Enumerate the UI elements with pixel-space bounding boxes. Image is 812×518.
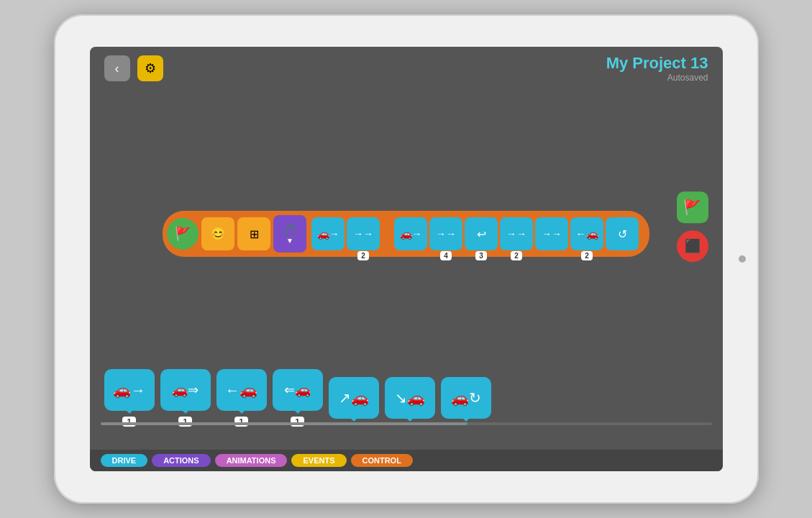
blue-block-4[interactable]: →→ 4 — [429, 217, 462, 250]
tab-actions[interactable]: ACTIONS — [152, 454, 211, 467]
yellow-block-2[interactable]: ⊞ — [237, 217, 270, 250]
settings-button[interactable]: ⚙ — [137, 55, 163, 81]
palette-item-6: ↘🚗 — [385, 377, 435, 419]
tablet: ‹ ⚙ My Project 13 Autosaved 🚩 😊 ⊞ — [54, 14, 759, 504]
back-button[interactable]: ‹ — [104, 55, 130, 81]
palette-tile-7[interactable]: 🚗↻ — [441, 377, 491, 419]
palette-item-2: 🚗⇒ 1 — [160, 369, 211, 427]
tab-events[interactable]: EVENTS — [291, 454, 346, 467]
start-block[interactable]: 🚩 — [167, 218, 199, 250]
blue-block-6[interactable]: →→ 2 — [500, 217, 533, 250]
tab-drive[interactable]: DRIVE — [101, 454, 148, 467]
palette-tile-1[interactable]: 🚗→ — [104, 369, 155, 411]
blue-block-9[interactable]: ↺ — [606, 217, 639, 250]
home-button — [739, 255, 746, 263]
palette-item-4: ⇐🚗 1 — [273, 369, 323, 427]
play-button[interactable]: 🚩 — [677, 191, 708, 223]
blue-block-8[interactable]: ←🚗 2 — [570, 217, 603, 250]
palette-tile-6[interactable]: ↘🚗 — [385, 377, 435, 419]
scrollbar-thumb — [101, 422, 467, 425]
blue-block-5[interactable]: ↩ 3 — [465, 217, 498, 250]
blue-group-1: 🚗→ →→ 2 — [309, 215, 382, 253]
project-title: My Project 13 — [606, 54, 708, 73]
bottom-panel: 🚗→ 1 🚗⇒ 1 ←🚗 1 — [90, 363, 723, 450]
blue-block-drive-2[interactable]: →→ 2 — [347, 217, 380, 250]
block-sequence: 🚩 😊 ⊞ 🎵 ▼ 🚗→ — [163, 211, 649, 257]
tab-control[interactable]: CONTROL — [351, 454, 413, 467]
purple-block[interactable]: 🎵 ▼ — [273, 215, 306, 253]
autosaved-label: Autosaved — [606, 73, 708, 83]
yellow-block-1[interactable]: 😊 — [201, 217, 234, 250]
header: ‹ ⚙ My Project 13 Autosaved — [90, 47, 723, 90]
scrollbar[interactable] — [101, 422, 712, 425]
blue-block-drive-1[interactable]: 🚗→ — [311, 217, 345, 250]
palette-tile-4[interactable]: ⇐🚗 — [273, 369, 323, 411]
header-left: ‹ ⚙ — [104, 55, 163, 81]
palette-item-1: 🚗→ 1 — [104, 369, 155, 427]
blue-group-2: 🚗→ →→ 4 ↩ 3 →→ 2 →→ — [392, 215, 641, 253]
header-right: My Project 13 Autosaved — [606, 54, 708, 83]
tab-animations[interactable]: ANIMATIONS — [215, 454, 288, 467]
stop-button[interactable]: ⬛ — [677, 230, 708, 262]
canvas-area: 🚩 😊 ⊞ 🎵 ▼ 🚗→ — [90, 90, 723, 378]
tablet-screen: ‹ ⚙ My Project 13 Autosaved 🚩 😊 ⊞ — [90, 47, 723, 471]
palette-tile-3[interactable]: ←🚗 — [216, 369, 267, 411]
palette-item-3: ←🚗 1 — [216, 369, 267, 427]
palette-item-5: ↗🚗 — [329, 377, 379, 419]
palette-item-7: 🚗↻ — [441, 377, 491, 419]
palette-tile-2[interactable]: 🚗⇒ — [160, 369, 211, 411]
palette-tile-5[interactable]: ↗🚗 — [329, 377, 379, 419]
tab-bar: DRIVE ACTIONS ANIMATIONS EVENTS CONTROL — [90, 450, 723, 471]
blue-block-3[interactable]: 🚗→ — [394, 217, 427, 250]
run-controls: 🚩 ⬛ — [677, 191, 708, 262]
blue-block-7[interactable]: →→ — [535, 217, 568, 250]
